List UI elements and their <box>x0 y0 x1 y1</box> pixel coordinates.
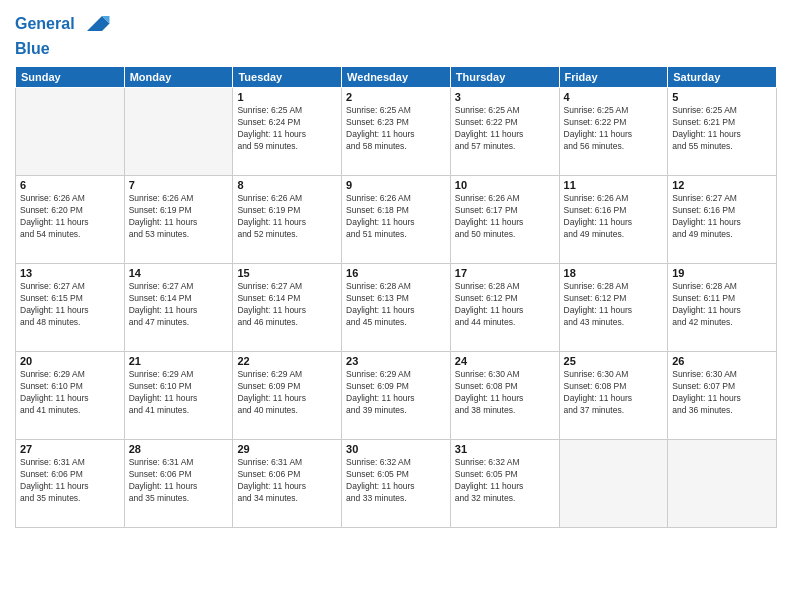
day-info: Sunrise: 6:29 AM Sunset: 6:10 PM Dayligh… <box>20 369 120 417</box>
calendar-cell: 30Sunrise: 6:32 AM Sunset: 6:05 PM Dayli… <box>342 440 451 528</box>
calendar-header-row: SundayMondayTuesdayWednesdayThursdayFrid… <box>16 67 777 88</box>
calendar-cell: 14Sunrise: 6:27 AM Sunset: 6:14 PM Dayli… <box>124 264 233 352</box>
day-number: 9 <box>346 179 446 191</box>
day-number: 14 <box>129 267 229 279</box>
day-number: 17 <box>455 267 555 279</box>
day-info: Sunrise: 6:26 AM Sunset: 6:20 PM Dayligh… <box>20 193 120 241</box>
day-info: Sunrise: 6:26 AM Sunset: 6:18 PM Dayligh… <box>346 193 446 241</box>
day-info: Sunrise: 6:28 AM Sunset: 6:11 PM Dayligh… <box>672 281 772 329</box>
day-info: Sunrise: 6:30 AM Sunset: 6:07 PM Dayligh… <box>672 369 772 417</box>
logo-blue: Blue <box>15 40 111 58</box>
day-number: 13 <box>20 267 120 279</box>
day-number: 29 <box>237 443 337 455</box>
day-number: 8 <box>237 179 337 191</box>
calendar-cell: 1Sunrise: 6:25 AM Sunset: 6:24 PM Daylig… <box>233 88 342 176</box>
day-info: Sunrise: 6:25 AM Sunset: 6:24 PM Dayligh… <box>237 105 337 153</box>
day-info: Sunrise: 6:29 AM Sunset: 6:10 PM Dayligh… <box>129 369 229 417</box>
calendar-cell: 27Sunrise: 6:31 AM Sunset: 6:06 PM Dayli… <box>16 440 125 528</box>
calendar-cell: 3Sunrise: 6:25 AM Sunset: 6:22 PM Daylig… <box>450 88 559 176</box>
calendar-week-2: 13Sunrise: 6:27 AM Sunset: 6:15 PM Dayli… <box>16 264 777 352</box>
day-number: 12 <box>672 179 772 191</box>
day-info: Sunrise: 6:27 AM Sunset: 6:15 PM Dayligh… <box>20 281 120 329</box>
day-info: Sunrise: 6:32 AM Sunset: 6:05 PM Dayligh… <box>455 457 555 505</box>
day-info: Sunrise: 6:26 AM Sunset: 6:17 PM Dayligh… <box>455 193 555 241</box>
calendar-cell: 12Sunrise: 6:27 AM Sunset: 6:16 PM Dayli… <box>668 176 777 264</box>
calendar-cell: 29Sunrise: 6:31 AM Sunset: 6:06 PM Dayli… <box>233 440 342 528</box>
calendar-week-0: 1Sunrise: 6:25 AM Sunset: 6:24 PM Daylig… <box>16 88 777 176</box>
day-info: Sunrise: 6:31 AM Sunset: 6:06 PM Dayligh… <box>237 457 337 505</box>
day-info: Sunrise: 6:25 AM Sunset: 6:21 PM Dayligh… <box>672 105 772 153</box>
header: General Blue <box>15 10 777 58</box>
calendar-cell: 19Sunrise: 6:28 AM Sunset: 6:11 PM Dayli… <box>668 264 777 352</box>
day-number: 30 <box>346 443 446 455</box>
calendar-cell: 9Sunrise: 6:26 AM Sunset: 6:18 PM Daylig… <box>342 176 451 264</box>
day-number: 11 <box>564 179 664 191</box>
day-number: 1 <box>237 91 337 103</box>
day-info: Sunrise: 6:28 AM Sunset: 6:12 PM Dayligh… <box>564 281 664 329</box>
day-number: 15 <box>237 267 337 279</box>
calendar-header-wednesday: Wednesday <box>342 67 451 88</box>
day-info: Sunrise: 6:26 AM Sunset: 6:19 PM Dayligh… <box>129 193 229 241</box>
calendar-cell: 13Sunrise: 6:27 AM Sunset: 6:15 PM Dayli… <box>16 264 125 352</box>
day-info: Sunrise: 6:25 AM Sunset: 6:23 PM Dayligh… <box>346 105 446 153</box>
calendar-cell: 25Sunrise: 6:30 AM Sunset: 6:08 PM Dayli… <box>559 352 668 440</box>
calendar-cell <box>559 440 668 528</box>
day-number: 21 <box>129 355 229 367</box>
day-info: Sunrise: 6:25 AM Sunset: 6:22 PM Dayligh… <box>564 105 664 153</box>
calendar-cell: 7Sunrise: 6:26 AM Sunset: 6:19 PM Daylig… <box>124 176 233 264</box>
calendar-cell: 24Sunrise: 6:30 AM Sunset: 6:08 PM Dayli… <box>450 352 559 440</box>
day-number: 19 <box>672 267 772 279</box>
calendar-cell: 8Sunrise: 6:26 AM Sunset: 6:19 PM Daylig… <box>233 176 342 264</box>
calendar-body: 1Sunrise: 6:25 AM Sunset: 6:24 PM Daylig… <box>16 88 777 528</box>
day-number: 22 <box>237 355 337 367</box>
day-info: Sunrise: 6:26 AM Sunset: 6:16 PM Dayligh… <box>564 193 664 241</box>
day-number: 27 <box>20 443 120 455</box>
day-number: 24 <box>455 355 555 367</box>
day-info: Sunrise: 6:31 AM Sunset: 6:06 PM Dayligh… <box>129 457 229 505</box>
day-info: Sunrise: 6:28 AM Sunset: 6:13 PM Dayligh… <box>346 281 446 329</box>
calendar-week-3: 20Sunrise: 6:29 AM Sunset: 6:10 PM Dayli… <box>16 352 777 440</box>
calendar-cell: 11Sunrise: 6:26 AM Sunset: 6:16 PM Dayli… <box>559 176 668 264</box>
calendar-cell: 26Sunrise: 6:30 AM Sunset: 6:07 PM Dayli… <box>668 352 777 440</box>
day-number: 6 <box>20 179 120 191</box>
day-info: Sunrise: 6:30 AM Sunset: 6:08 PM Dayligh… <box>455 369 555 417</box>
calendar-cell: 16Sunrise: 6:28 AM Sunset: 6:13 PM Dayli… <box>342 264 451 352</box>
day-info: Sunrise: 6:26 AM Sunset: 6:19 PM Dayligh… <box>237 193 337 241</box>
calendar-header-sunday: Sunday <box>16 67 125 88</box>
calendar-header-monday: Monday <box>124 67 233 88</box>
day-info: Sunrise: 6:29 AM Sunset: 6:09 PM Dayligh… <box>237 369 337 417</box>
day-number: 10 <box>455 179 555 191</box>
day-info: Sunrise: 6:32 AM Sunset: 6:05 PM Dayligh… <box>346 457 446 505</box>
calendar-cell: 15Sunrise: 6:27 AM Sunset: 6:14 PM Dayli… <box>233 264 342 352</box>
calendar-cell: 5Sunrise: 6:25 AM Sunset: 6:21 PM Daylig… <box>668 88 777 176</box>
calendar-cell: 31Sunrise: 6:32 AM Sunset: 6:05 PM Dayli… <box>450 440 559 528</box>
day-number: 5 <box>672 91 772 103</box>
day-info: Sunrise: 6:27 AM Sunset: 6:14 PM Dayligh… <box>237 281 337 329</box>
day-number: 28 <box>129 443 229 455</box>
day-number: 7 <box>129 179 229 191</box>
calendar-cell: 10Sunrise: 6:26 AM Sunset: 6:17 PM Dayli… <box>450 176 559 264</box>
calendar-cell: 2Sunrise: 6:25 AM Sunset: 6:23 PM Daylig… <box>342 88 451 176</box>
calendar-week-4: 27Sunrise: 6:31 AM Sunset: 6:06 PM Dayli… <box>16 440 777 528</box>
day-number: 25 <box>564 355 664 367</box>
day-number: 4 <box>564 91 664 103</box>
calendar-page: General Blue SundayMondayTuesdayWednesda… <box>0 0 792 612</box>
day-number: 31 <box>455 443 555 455</box>
day-number: 23 <box>346 355 446 367</box>
calendar-cell: 4Sunrise: 6:25 AM Sunset: 6:22 PM Daylig… <box>559 88 668 176</box>
day-info: Sunrise: 6:25 AM Sunset: 6:22 PM Dayligh… <box>455 105 555 153</box>
calendar-cell: 20Sunrise: 6:29 AM Sunset: 6:10 PM Dayli… <box>16 352 125 440</box>
calendar-header-friday: Friday <box>559 67 668 88</box>
calendar-cell: 17Sunrise: 6:28 AM Sunset: 6:12 PM Dayli… <box>450 264 559 352</box>
calendar-cell <box>124 88 233 176</box>
calendar-cell: 23Sunrise: 6:29 AM Sunset: 6:09 PM Dayli… <box>342 352 451 440</box>
logo-general: General <box>15 15 75 32</box>
calendar-header-tuesday: Tuesday <box>233 67 342 88</box>
day-number: 16 <box>346 267 446 279</box>
day-number: 26 <box>672 355 772 367</box>
day-number: 3 <box>455 91 555 103</box>
day-number: 18 <box>564 267 664 279</box>
day-info: Sunrise: 6:31 AM Sunset: 6:06 PM Dayligh… <box>20 457 120 505</box>
calendar-table: SundayMondayTuesdayWednesdayThursdayFrid… <box>15 66 777 528</box>
calendar-cell <box>16 88 125 176</box>
